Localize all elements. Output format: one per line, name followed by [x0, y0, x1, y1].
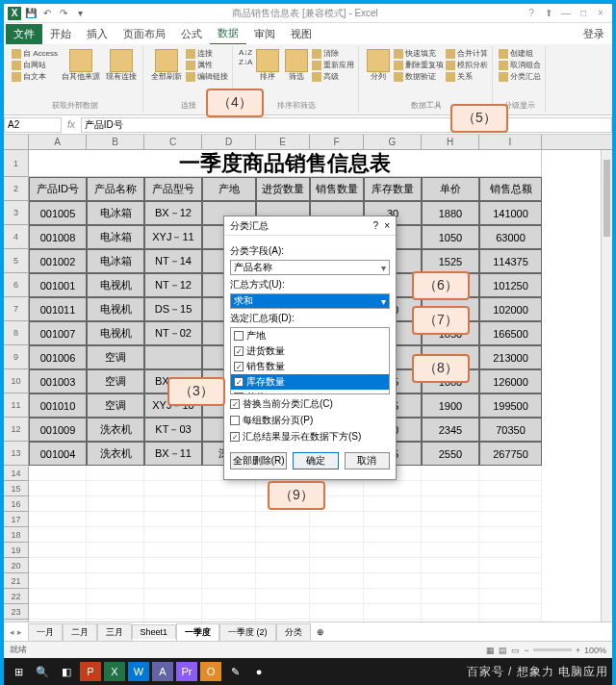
empty-cell[interactable] [202, 573, 256, 589]
sheet-tab[interactable]: Sheet1 [132, 624, 177, 639]
data-cell[interactable]: 2550 [422, 442, 479, 466]
empty-cell[interactable] [29, 573, 87, 589]
data-cell[interactable]: 1900 [422, 393, 479, 418]
header-cell[interactable]: 销售总额 [479, 177, 542, 201]
empty-cell[interactable] [202, 604, 256, 620]
view-layout-icon[interactable]: ▤ [499, 646, 507, 655]
app-icon[interactable]: ✎ [224, 662, 245, 681]
empty-cell[interactable] [144, 496, 202, 512]
header-cell[interactable]: 产品ID号 [29, 177, 87, 201]
data-cell[interactable]: 001010 [29, 393, 87, 418]
empty-cell[interactable] [422, 496, 479, 512]
header-cell[interactable]: 产品型号 [144, 177, 202, 201]
empty-cell[interactable] [364, 481, 422, 496]
empty-cell[interactable] [144, 543, 202, 558]
tab-formula[interactable]: 公式 [173, 24, 210, 44]
header-cell[interactable]: 产品名称 [87, 177, 144, 201]
edit-links-button[interactable]: 编辑链接 [186, 71, 228, 82]
empty-cell[interactable] [256, 573, 310, 589]
row-header[interactable]: 11 [4, 393, 29, 418]
col-header[interactable]: A [29, 135, 87, 149]
empty-cell[interactable] [310, 527, 364, 543]
row-header[interactable]: 18 [4, 527, 29, 543]
row-header[interactable]: 24 [4, 620, 29, 622]
data-cell[interactable]: BX－11 [144, 442, 202, 466]
empty-cell[interactable] [29, 481, 87, 496]
checkbox-icon[interactable]: ✓ [230, 399, 240, 409]
sort-asc-button[interactable]: A↓Z [239, 48, 252, 57]
col-header[interactable]: D [202, 135, 256, 149]
empty-cell[interactable] [422, 481, 479, 496]
data-cell[interactable]: 001011 [29, 297, 87, 321]
row-header[interactable]: 8 [4, 321, 29, 345]
row-header[interactable]: 3 [4, 201, 29, 225]
empty-cell[interactable] [87, 573, 144, 589]
sheet-tab-active[interactable]: 一季度 [176, 623, 219, 641]
data-cell[interactable]: 电视机 [87, 273, 144, 297]
app-icon[interactable]: A [152, 662, 173, 681]
empty-cell[interactable] [422, 604, 479, 620]
excel-taskbar-icon[interactable]: X [104, 662, 125, 681]
tab-view[interactable]: 视图 [283, 24, 320, 44]
data-cell[interactable]: 001003 [29, 369, 87, 393]
from-access-button[interactable]: 自 Access [12, 48, 58, 59]
empty-cell[interactable] [256, 604, 310, 620]
empty-cell[interactable] [87, 604, 144, 620]
empty-cell[interactable] [479, 543, 542, 558]
data-cell[interactable]: 空调 [87, 393, 144, 418]
consolidate-button[interactable]: 合并计算 [446, 48, 488, 59]
group-button[interactable]: 创建组 [499, 48, 541, 59]
empty-cell[interactable] [364, 604, 422, 620]
qat-more-icon[interactable]: ▾ [73, 7, 87, 20]
empty-cell[interactable] [87, 620, 144, 622]
empty-cell[interactable] [422, 512, 479, 527]
advanced-button[interactable]: 高级 [312, 71, 354, 82]
header-cell[interactable]: 单价 [422, 177, 479, 201]
data-cell[interactable]: 001007 [29, 321, 87, 345]
empty-cell[interactable] [256, 543, 310, 558]
empty-cell[interactable] [364, 496, 422, 512]
empty-cell[interactable] [29, 558, 87, 573]
data-cell[interactable]: 001006 [29, 345, 87, 369]
empty-cell[interactable] [479, 558, 542, 573]
remove-all-button[interactable]: 全部删除(R) [230, 452, 287, 469]
data-cell[interactable]: 213000 [479, 345, 542, 369]
empty-cell[interactable] [364, 620, 422, 622]
tab-insert[interactable]: 插入 [79, 24, 116, 44]
empty-cell[interactable] [422, 620, 479, 622]
relations-button[interactable]: 关系 [446, 71, 488, 82]
data-cell[interactable]: 空调 [87, 345, 144, 369]
empty-cell[interactable] [87, 466, 144, 481]
data-cell[interactable]: 001002 [29, 249, 87, 273]
ungroup-button[interactable]: 取消组合 [499, 60, 541, 70]
select-all-corner[interactable] [4, 135, 29, 149]
checkbox-icon[interactable] [234, 393, 244, 394]
data-cell[interactable]: 001005 [29, 201, 87, 225]
items-listbox[interactable]: 产地✓进货数量✓销售数量✓库存数量单价✓销售总额 [230, 327, 390, 394]
empty-cell[interactable] [144, 620, 202, 622]
data-cell[interactable]: 空调 [87, 369, 144, 393]
empty-cell[interactable] [144, 589, 202, 604]
header-cell[interactable]: 销售数量 [310, 177, 364, 201]
header-cell[interactable]: 进货数量 [256, 177, 310, 201]
formula-input[interactable]: 产品ID号 [81, 117, 612, 133]
row-header[interactable]: 22 [4, 589, 29, 604]
empty-cell[interactable] [256, 527, 310, 543]
row-header[interactable]: 19 [4, 543, 29, 558]
refresh-all-button[interactable]: 全部刷新 [149, 48, 184, 83]
data-cell[interactable]: 电视机 [87, 321, 144, 345]
col-header[interactable]: G [364, 135, 422, 149]
vertical-scrollbar[interactable] [601, 150, 612, 622]
from-text-button[interactable]: 自文本 [12, 71, 58, 82]
empty-cell[interactable] [202, 481, 256, 496]
row-header[interactable]: 7 [4, 297, 29, 321]
app-icon[interactable]: P [80, 662, 101, 681]
data-cell[interactable]: 洗衣机 [87, 418, 144, 442]
empty-cell[interactable] [87, 527, 144, 543]
data-cell[interactable]: 114375 [479, 249, 542, 273]
data-cell[interactable]: 电冰箱 [87, 201, 144, 225]
clear-filter-button[interactable]: 清除 [312, 48, 354, 59]
app-icon[interactable]: Pr [176, 662, 197, 681]
empty-cell[interactable] [422, 466, 479, 481]
empty-cell[interactable] [479, 573, 542, 589]
